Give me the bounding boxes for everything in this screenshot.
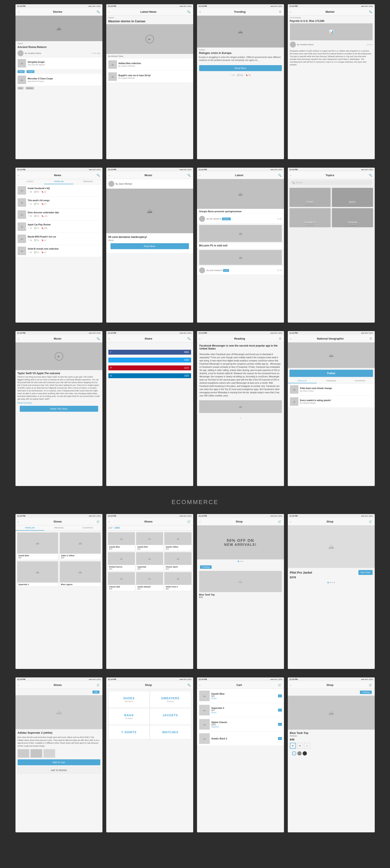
- color-swatch-gray[interactable]: [297, 751, 301, 755]
- back-button[interactable]: ‹: [109, 10, 110, 13]
- thumb-mid[interactable]: [31, 749, 42, 757]
- thumb-left[interactable]: [18, 749, 29, 757]
- music-play-area[interactable]: ▶: [15, 343, 102, 370]
- cart-icon[interactable]: 🛒: [369, 683, 372, 686]
- search-icon[interactable]: 🔍: [97, 337, 100, 340]
- cat-bags[interactable]: BAGS 94 items: [108, 708, 150, 725]
- add-to-wishlist-button[interactable]: Add To Wishlist: [18, 767, 100, 773]
- search-icon[interactable]: 🔍: [187, 10, 190, 13]
- product-3[interactable]: ⛰ Gazele Yellow $25: [164, 532, 191, 551]
- news-item-3[interactable]: ⛰ Diver discover underwater lake ♡ 99💬 5…: [15, 209, 102, 221]
- tab-trending[interactable]: TRENDING: [73, 179, 102, 184]
- ng-article-1[interactable]: ⛰ Polar bears and climate change. By Ali…: [288, 383, 375, 396]
- travel-tag[interactable]: Travel: [18, 70, 25, 73]
- cart-item-4[interactable]: ⛰ Aviatic Back 2 1: [197, 732, 284, 746]
- search-icon[interactable]: 🔍: [369, 10, 372, 13]
- cat-jackets[interactable]: JACKETS: [150, 708, 191, 725]
- story-item-1[interactable]: ⛰ Giorgetta Grugni The man,the legend: [15, 57, 102, 69]
- video-placeholder[interactable]: ▶: [106, 24, 193, 54]
- search-icon[interactable]: 🔍: [97, 174, 100, 177]
- share-story-button[interactable]: Share This Story: [20, 406, 98, 412]
- search-icon[interactable]: 🔍: [187, 174, 191, 177]
- color-dot-1[interactable]: [327, 582, 329, 583]
- cat-tshirts[interactable]: T SHIRTS: [108, 725, 150, 739]
- ng-article-2[interactable]: ⛰ Every seabird is eating plastic! By Na…: [288, 396, 375, 408]
- read-more-button[interactable]: Read More: [110, 243, 189, 249]
- grid-view-toggle[interactable]: GRID: [115, 527, 120, 529]
- color-swatch-dark[interactable]: [303, 751, 307, 755]
- play-button[interactable]: ▶: [55, 352, 63, 361]
- search-icon[interactable]: 🔍: [278, 174, 282, 177]
- list-view-toggle[interactable]: LIST: [108, 527, 113, 529]
- menu-icon[interactable]: ☰: [279, 10, 282, 13]
- shoe-2[interactable]: ⛰ Safari Z Yellow $29: [60, 532, 101, 560]
- news-item-1[interactable]: ⛰ Inside Facebook's HQ ♡ 36💬 96🔖 55: [15, 184, 102, 196]
- size-m[interactable]: M: [297, 743, 303, 749]
- add-to-cart-button[interactable]: Add To Cart: [18, 760, 100, 765]
- tab-latest[interactable]: LATEST: [15, 179, 44, 184]
- menu-icon[interactable]: ☰: [279, 337, 282, 340]
- search-icon[interactable]: 🔍: [187, 337, 191, 340]
- menu-icon[interactable]: ☰: [370, 337, 372, 340]
- cart-icon[interactable]: 🛒: [369, 520, 372, 523]
- people-tag[interactable]: People: [27, 70, 34, 73]
- color-dot-3[interactable]: [332, 582, 333, 583]
- dot-3[interactable]: [242, 561, 243, 562]
- article-3-tag[interactable]: Cars: [223, 269, 229, 272]
- cart-icon[interactable]: 🛒: [97, 683, 100, 686]
- cars-tag[interactable]: Cars: [18, 87, 24, 90]
- topic-music[interactable]: MUSIC 223 Stories: [332, 188, 373, 207]
- cat-shoes[interactable]: SHOES 863 items: [108, 691, 150, 708]
- twitter-share-button[interactable]: 🐦 4698: [108, 358, 191, 363]
- search-bar[interactable]: 🔍 Search: [290, 180, 372, 185]
- topic-fashion[interactable]: FASHION 213 Stories: [332, 208, 373, 227]
- facebook-share-button[interactable]: f 9866: [108, 350, 191, 354]
- tab-favorites[interactable]: FAVORITES: [346, 379, 375, 383]
- cart-icon[interactable]: 🛒: [187, 520, 191, 523]
- color-swatch-white[interactable]: [292, 751, 296, 755]
- article-item-1[interactable]: ⛰ Adidas:New collection By James Rothman: [106, 59, 193, 71]
- size-s[interactable]: S: [290, 743, 296, 749]
- tab-popular[interactable]: POPULAR: [44, 179, 73, 184]
- cart-icon[interactable]: 🛒: [97, 520, 100, 523]
- news-item-2[interactable]: ⛰ This week's hit songs ♡ 12💬 18🔖 10: [15, 196, 102, 209]
- search-icon[interactable]: 🔍: [369, 174, 372, 177]
- color-dot-4[interactable]: [334, 582, 335, 583]
- color-dot-2[interactable]: [330, 582, 331, 583]
- tab-trending[interactable]: TRENDING: [317, 379, 346, 383]
- tab-popular[interactable]: POPULAR: [288, 379, 317, 383]
- article-2-tag[interactable]: Fashion: [222, 218, 230, 220]
- cart-item-1[interactable]: ⛰ Gazele Blue $25 Brown 1: [197, 689, 284, 703]
- product-4[interactable]: ⛰ Roland Garros $45: [108, 552, 135, 571]
- product-9[interactable]: ⛰ Strike Form 2 $86: [164, 572, 191, 591]
- wishlist-heart[interactable]: ♡: [98, 731, 100, 734]
- cart-icon[interactable]: 🛒: [278, 683, 282, 686]
- tab-popular[interactable]: POPULAR: [15, 525, 44, 531]
- article-3-row[interactable]: By Jack Howard in Cars 15:29: [197, 266, 284, 275]
- cart-item-2[interactable]: ⛰ Superstar 2 $47 Minsa 1: [197, 703, 284, 717]
- cart-item-3[interactable]: ⛰ Alpine Classic $365 Waterloo 1: [197, 717, 284, 732]
- fashion-tag[interactable]: Fashion: [26, 87, 34, 90]
- product-5[interactable]: ⛰ Superstar $36: [136, 552, 163, 571]
- read-full-story-link[interactable]: Read Full Story: [18, 402, 100, 404]
- thumb-right[interactable]: [43, 749, 55, 757]
- search-icon[interactable]: 🔍: [187, 683, 191, 686]
- dot-2[interactable]: [240, 561, 241, 562]
- topic-business[interactable]: BUSINESS 96 Stories: [290, 208, 331, 227]
- read-more-button[interactable]: Read More: [199, 65, 282, 71]
- cat-sweaters[interactable]: SWEATERS 43 items: [150, 691, 191, 708]
- search-icon[interactable]: 🔍: [97, 10, 100, 13]
- article-2-row[interactable]: By Alle Stewart in Fashion 15:30: [197, 214, 284, 224]
- news-item-4[interactable]: ⛰ Apple Car:Play Review ♡ 32💬 12🔖 996: [15, 221, 102, 233]
- news-item-5[interactable]: ⛰ Mazda MX5:People's fun car ♡ 49💬 25🔖 1…: [15, 233, 102, 245]
- dot-1[interactable]: [238, 561, 239, 562]
- shoe-1[interactable]: ⛰ Gazele Blue $25: [17, 532, 58, 560]
- cat-watches[interactable]: WATCHES: [150, 725, 191, 739]
- product-2[interactable]: ⛰ Gazele Red $25: [136, 532, 163, 551]
- linkedin-share-button[interactable]: in 1020: [108, 373, 191, 378]
- wishlist-icon[interactable]: ♡: [279, 594, 282, 598]
- topic-sport[interactable]: SPORT 126 Stories: [290, 188, 331, 207]
- play-button[interactable]: ▶: [145, 35, 154, 43]
- article-item-2[interactable]: ⛰ Bugatti's new car to have 26 hp! By An…: [106, 71, 193, 83]
- product-8[interactable]: ⛰ Jackie Stewart $19: [136, 572, 163, 591]
